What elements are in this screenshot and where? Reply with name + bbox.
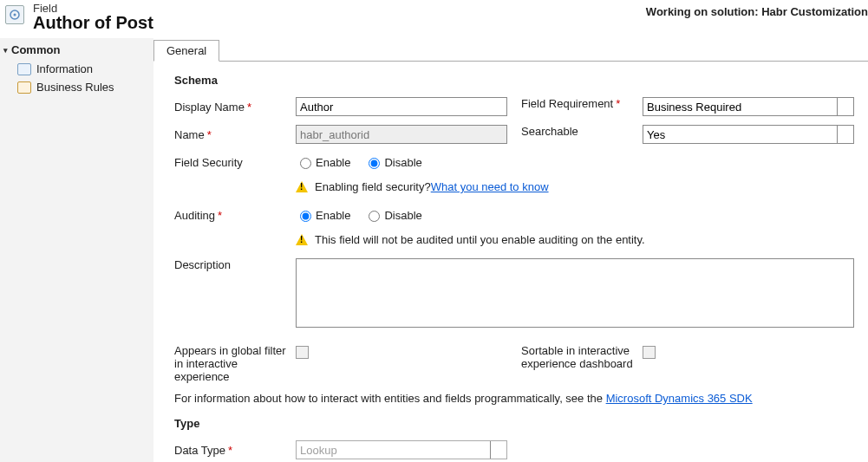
nav-item-business-rules[interactable]: Business Rules (0, 78, 153, 96)
name-input (296, 125, 507, 144)
entity-type-icon (5, 5, 24, 24)
svg-point-1 (14, 14, 16, 16)
global-filter-checkbox[interactable] (296, 346, 309, 359)
label-searchable: Searchable (521, 125, 643, 144)
label-data-type: Data Type (174, 444, 296, 457)
label-name: Name (174, 128, 296, 141)
section-schema-title: Schema (174, 74, 854, 87)
sdk-info: For information about how to interact wi… (174, 392, 854, 405)
label-global-filter: Appears in global filter in interactive … (174, 344, 296, 383)
security-note: Enabling field security? (315, 180, 431, 193)
auditing-enable-radio[interactable]: Enable (296, 208, 350, 222)
nav-item-label: Business Rules (36, 81, 114, 94)
sdk-link[interactable]: Microsoft Dynamics 365 SDK (606, 392, 753, 405)
display-name-input[interactable] (296, 97, 507, 116)
field-security-disable-radio[interactable]: Disable (364, 155, 421, 169)
section-type-title: Type (174, 417, 854, 430)
field-requirement-select[interactable]: Business Required (643, 97, 854, 116)
warning-icon (296, 234, 308, 245)
chevron-down-icon: ▾ (3, 46, 8, 55)
page-title: Author of Post (33, 13, 646, 33)
description-textarea[interactable] (296, 258, 854, 328)
nav-item-label: Information (36, 62, 93, 75)
solution-context: Working on solution: Habr Customization (646, 2, 868, 18)
label-description: Description (174, 258, 296, 271)
label-display-name: Display Name (174, 101, 296, 114)
warning-icon (296, 181, 308, 192)
label-sortable-dashboard: Sortable in interactive experience dashb… (521, 344, 643, 370)
nav-group-common[interactable]: ▾ Common (0, 40, 153, 60)
rule-icon (17, 81, 31, 94)
data-type-select: Lookup (296, 440, 507, 459)
sortable-dashboard-checkbox[interactable] (643, 346, 656, 359)
auditing-disable-radio[interactable]: Disable (364, 208, 421, 222)
label-auditing: Auditing (174, 209, 296, 222)
security-note-link[interactable]: What you need to know (431, 180, 549, 193)
searchable-select[interactable]: Yes (643, 125, 854, 144)
tab-general[interactable]: General (153, 40, 219, 62)
field-security-enable-radio[interactable]: Enable (296, 155, 350, 169)
nav-item-information[interactable]: Information (0, 60, 153, 78)
label-field-requirement: Field Requirement (521, 97, 643, 116)
label-field-security: Field Security (174, 156, 296, 169)
form-icon (17, 63, 31, 75)
auditing-note: This field will not be audited until you… (315, 233, 645, 246)
left-nav: ▾ Common Information Business Rules (0, 38, 153, 462)
